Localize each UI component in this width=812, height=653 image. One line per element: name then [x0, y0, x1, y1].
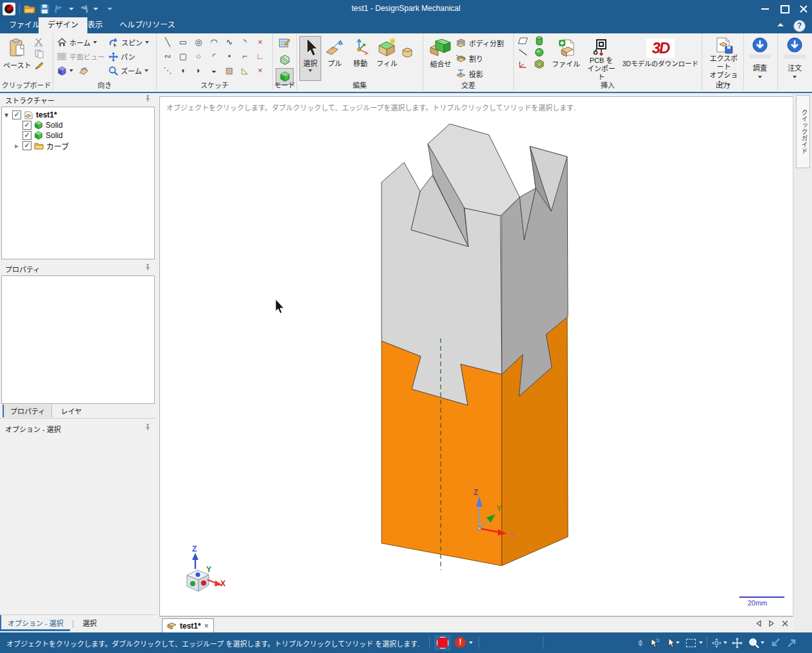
close-tab-icon[interactable]	[782, 620, 788, 627]
close-button[interactable]	[799, 4, 808, 13]
tab-select[interactable]: 選択	[76, 615, 103, 631]
investigate-button[interactable]: 調査	[746, 35, 773, 90]
pin-icon[interactable]	[144, 424, 151, 431]
spin-button[interactable]: スピン	[109, 35, 149, 49]
combine-button[interactable]: 組合せ	[427, 37, 455, 71]
tree-item-solid[interactable]: ✓ Solid	[3, 120, 153, 130]
tab-display[interactable]: 表示	[78, 17, 112, 33]
sketch-ellipse-icon[interactable]: ◖	[175, 64, 191, 78]
zoom-in-arrow-icon[interactable]	[786, 637, 798, 649]
pin-icon[interactable]	[144, 95, 151, 102]
zoom-out-arrow-icon[interactable]	[770, 637, 781, 649]
sketch-arc-icon[interactable]: ◜	[206, 49, 222, 64]
sketch-spline-icon[interactable]: ∿	[222, 35, 237, 49]
insert-file-button[interactable]: ファイル	[549, 37, 583, 71]
spin-view-icon[interactable]	[710, 637, 722, 649]
sketch-tangent-arc-icon[interactable]: ◠	[206, 35, 222, 49]
fill-tool-button[interactable]: フィル	[374, 36, 400, 70]
document-tab-test1[interactable]: test1* ×	[162, 618, 214, 633]
spin-increment-control[interactable]	[635, 637, 646, 649]
split-body-button[interactable]: ボディ分割	[455, 36, 504, 50]
section-mode-button[interactable]	[276, 51, 294, 68]
project-button[interactable]: 投影	[455, 67, 504, 81]
sketch-sweep-arc-icon[interactable]: ◝	[237, 35, 252, 49]
home-view-button[interactable]: ホーム	[57, 35, 105, 49]
cut-icon[interactable]	[34, 38, 44, 47]
maximize-button[interactable]	[780, 4, 789, 13]
format-painter-icon[interactable]	[34, 61, 44, 70]
close-document-icon[interactable]: ×	[204, 622, 209, 631]
minimize-button[interactable]	[761, 4, 770, 13]
zoom-button[interactable]: ズーム	[109, 64, 149, 78]
selection-box-icon[interactable]	[685, 637, 696, 649]
insert-origin-icon[interactable]	[518, 60, 528, 69]
sketch-chamfer-icon[interactable]: ◺	[237, 64, 252, 78]
insert-axis-icon[interactable]	[518, 48, 528, 57]
zoom-view-icon[interactable]	[748, 637, 759, 649]
zoom-view-dropdown[interactable]	[761, 641, 764, 644]
navigation-cube[interactable]: Z Y X	[187, 544, 225, 591]
copy-icon[interactable]	[34, 49, 44, 58]
import-pcb-button[interactable]: PCB をインポート	[584, 37, 619, 83]
spin-view-dropdown[interactable]	[723, 641, 727, 644]
tab-options-select[interactable]: オプション - 選択	[0, 615, 70, 631]
paste-button[interactable]: ペースト	[1, 37, 33, 72]
tab-scroll-right-icon[interactable]	[769, 620, 774, 627]
visibility-checkbox[interactable]: ✓	[12, 110, 21, 119]
sketch-3pt-rectangle-icon[interactable]: ▢	[175, 49, 191, 64]
selection-box-dropdown[interactable]	[699, 641, 703, 644]
pan-button[interactable]: パン	[109, 49, 149, 64]
sketch-construction-circle-icon[interactable]: ○	[191, 49, 206, 64]
pan-view-icon[interactable]	[731, 637, 743, 649]
order-button[interactable]: 注文	[781, 35, 808, 90]
sketch-line-icon[interactable]: ╲	[160, 35, 175, 49]
expand-icon[interactable]: ▾	[3, 110, 10, 119]
sketch-delete-icon[interactable]: ×	[252, 64, 268, 78]
pull-tool-button[interactable]: プル	[322, 36, 347, 70]
error-indicator[interactable]: !	[455, 637, 466, 648]
split-button[interactable]: 割り	[455, 51, 504, 65]
visibility-checkbox[interactable]: ✓	[22, 121, 31, 130]
tab-properties[interactable]: プロパティ	[3, 405, 52, 417]
sketch-plane-view-icon[interactable]	[78, 66, 89, 75]
move-tool-button[interactable]: 移動	[348, 36, 373, 70]
sketch-spline-points-icon[interactable]: ∾	[160, 49, 175, 64]
select-tool-button[interactable]: 選択	[299, 36, 321, 81]
tree-item-design[interactable]: ▾ ✓ test1*	[3, 110, 153, 120]
tab-scroll-left-icon[interactable]	[756, 620, 761, 627]
select-mode-dropdown[interactable]	[676, 641, 680, 644]
sketch-rectangle-icon[interactable]: ▭	[175, 35, 191, 49]
sketch-split-curve-icon[interactable]: ∟	[252, 49, 268, 64]
sketch-construction-line-icon[interactable]: ⋱	[160, 64, 175, 78]
insert-shell-icon[interactable]	[534, 59, 544, 69]
insert-sphere-icon[interactable]	[534, 48, 544, 57]
visibility-checkbox[interactable]: ✓	[22, 141, 31, 150]
view-cube-button[interactable]	[57, 64, 105, 78]
help-icon[interactable]: ?	[793, 20, 806, 32]
sketch-partial-ellipse-icon[interactable]: ◒	[206, 64, 222, 78]
sketch-ellipse2-icon[interactable]: ◗	[191, 64, 206, 78]
sketch-fill-icon[interactable]: ▨	[222, 64, 237, 78]
sketch-trim-icon[interactable]: ×	[252, 35, 268, 49]
tree-item-solid[interactable]: ✓ Solid	[3, 130, 153, 141]
error-dropdown[interactable]	[469, 641, 473, 644]
sketch-mode-button[interactable]	[276, 35, 294, 51]
insert-plane-icon[interactable]	[518, 37, 528, 45]
download-3d-model-button[interactable]: 3D 3Dモデルのダウンロード	[620, 37, 701, 70]
collapse-ribbon-button[interactable]	[777, 23, 784, 26]
insert-cylinder-icon[interactable]	[534, 36, 544, 46]
tab-help-resources[interactable]: ヘルプ/リソース	[110, 17, 184, 33]
plan-view-button[interactable]: 平面ビュー	[57, 49, 105, 64]
stop-button[interactable]	[434, 635, 451, 650]
quick-guide-tab[interactable]: クイックガイド	[796, 95, 810, 168]
pin-icon[interactable]	[144, 264, 151, 271]
sketch-circle-icon[interactable]: ◎	[191, 35, 206, 49]
tree-item-curves[interactable]: ▸ ✓ カーブ	[3, 141, 153, 151]
visibility-checkbox[interactable]: ✓	[22, 131, 31, 140]
tab-layers[interactable]: レイヤ	[55, 405, 89, 417]
sketch-corner-icon[interactable]: ⌐	[237, 49, 252, 64]
sketch-point-icon[interactable]: •	[222, 49, 237, 64]
blend-tool-icon[interactable]	[401, 46, 414, 60]
collapse-icon[interactable]: ▸	[13, 141, 20, 150]
viewport-3d[interactable]: オブジェクトをクリックします。ダブルクリックして、エッジループを選択します。トリ…	[159, 96, 795, 616]
